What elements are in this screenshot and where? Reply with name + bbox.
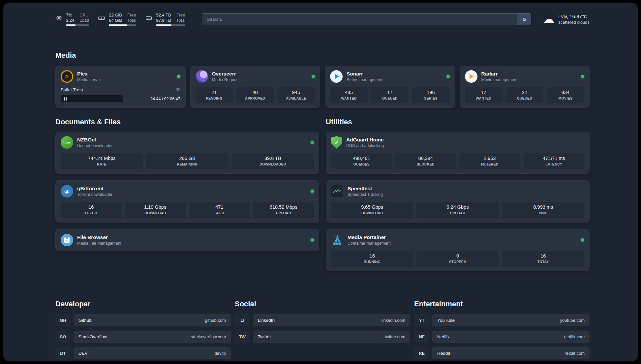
stat-value: 266 GB: [147, 156, 227, 161]
app-title-block: Radarr Movie management: [481, 71, 518, 82]
card-qbittorrent: qb qBittorrent Torrent downloader 16 LEE…: [55, 180, 319, 223]
stat-label: MOVIES: [548, 96, 583, 100]
bookmark-github[interactable]: GH Github github.com: [55, 314, 231, 326]
memory-bar: [109, 24, 136, 26]
disk-icon: [145, 15, 153, 22]
middle-columns: Documents & Files nzbget NZBGet Usenet d…: [55, 118, 590, 278]
search-engine-button[interactable]: G: [517, 14, 531, 25]
search-input[interactable]: [202, 13, 531, 25]
stats-row: 17 WANTED 22 QUEUED 834 MOVIES: [465, 87, 585, 103]
app-subtitle: Usenet downloader: [77, 143, 113, 148]
bookmark-url: github.com: [205, 318, 226, 323]
bookmark-url: stackoverflow.com: [191, 334, 226, 339]
app-sonarr[interactable]: Sonarr Series management: [330, 70, 450, 83]
memory-readout: 22 GiB 64 GiB Free Total: [109, 13, 136, 26]
app-radarr[interactable]: Radarr Movie management: [465, 70, 585, 83]
stat-label: DOWNLOAD: [332, 211, 412, 215]
bookmark-name: Github: [78, 318, 92, 323]
card-radarr: Radarr Movie management 17 WANTED 22 QUE…: [460, 66, 590, 108]
stats-row: 498,461 QUERIES 86,384 BLOCKED 2,953 FIL…: [331, 153, 584, 169]
disk-label-top: Free: [176, 13, 185, 17]
status-dot: [311, 238, 314, 242]
app-subtitle: Media File Management: [77, 241, 121, 246]
stat-value: 86,384: [397, 156, 455, 161]
bookmark-stackoverflow[interactable]: SO StackOverflow stackoverflow.com: [55, 331, 231, 343]
seek-bar[interactable]: [61, 95, 123, 102]
stat-value: 2,953: [461, 156, 519, 161]
app-overseerr[interactable]: Overseerr Media Requests: [196, 70, 315, 83]
memory-total: 64 GiB: [109, 18, 122, 23]
stat-value: 40: [238, 90, 273, 95]
status-dot: [311, 190, 314, 193]
portainer-icon: [331, 234, 344, 246]
app-name: Overseerr: [212, 71, 242, 77]
memory-widget: 22 GiB 64 GiB Free Total: [98, 13, 136, 26]
stat-label: SERIES: [413, 96, 448, 100]
qbittorrent-icon: qb: [61, 185, 73, 197]
status-dot: [581, 75, 584, 78]
app-title-block: File Browser Media File Management: [77, 234, 121, 246]
stat-value: 196: [413, 90, 448, 95]
app-name: NZBGet: [77, 137, 113, 143]
card-portainer: Media Portainer Container management 16 …: [326, 229, 590, 271]
bookmark-url: youtube.com: [560, 318, 585, 323]
bookmark-url: dev.to: [215, 351, 226, 356]
bookmark-url: reddit.com: [565, 351, 585, 356]
stat-box: 0.993 ms PING: [502, 202, 584, 218]
app-qbittorrent[interactable]: qb qBittorrent Torrent downloader: [61, 185, 314, 197]
app-speedtest[interactable]: Speedtest Speedtest Tracking: [331, 185, 584, 197]
bookmark-twitter[interactable]: TW Twitter twitter.com: [235, 331, 410, 343]
bookmark-name: LinkedIn: [258, 318, 275, 323]
stat-label: DOWNLOAD: [126, 211, 185, 215]
app-adguard[interactable]: ✓ AdGuard Home DNS and adblocking: [331, 136, 584, 149]
stat-box: 0 STOPPED: [416, 251, 499, 267]
stat-value: 39.6 TB: [233, 156, 313, 161]
bookmark-pill: Twitter twitter.com: [253, 331, 410, 343]
bookmark-linkedin[interactable]: LI LinkedIn linkedin.com: [235, 314, 410, 326]
card-sonarr: Sonarr Series management 485 WANTED 17 Q…: [325, 66, 455, 108]
bookmark-name: DEV: [78, 351, 88, 356]
stat-label: PENDING: [197, 96, 232, 100]
stat-value: 22: [507, 90, 542, 95]
app-portainer[interactable]: Media Portainer Container management: [331, 234, 584, 246]
app-plex[interactable]: > Plex Media server: [61, 70, 180, 83]
disk-free: 52.4 TB: [156, 13, 171, 17]
cpu-percent: 7%: [66, 13, 74, 17]
stat-value: 16: [504, 253, 583, 258]
app-filebrowser[interactable]: File Browser Media File Management: [61, 234, 314, 246]
cpu-widget: 7% 3.24 CPU Load: [55, 13, 89, 26]
section-title-media: Media: [55, 51, 590, 60]
bookmark-name: Twitter: [258, 334, 271, 339]
stat-label: FILTERED: [461, 162, 519, 166]
top-bar: 7% 3.24 CPU Load 22 GiB: [55, 13, 590, 26]
bookmark-abbr: GH: [55, 314, 71, 326]
cpu-labels: CPU Load: [79, 13, 89, 23]
stat-box: 40 APPROVED: [236, 87, 274, 103]
bookmark-youtube[interactable]: YT YouTube youtube.com: [414, 314, 590, 326]
app-subtitle: Movie management: [481, 77, 518, 82]
cpu-chip-icon: [55, 15, 63, 22]
app-name: Plex: [77, 71, 101, 77]
bookmark-netflix[interactable]: NF Netflix netflix.com: [414, 331, 590, 343]
bookmark-dev[interactable]: DT DEV dev.to: [55, 347, 231, 359]
gear-icon[interactable]: ⚙: [176, 87, 180, 93]
app-title-block: Overseerr Media Requests: [212, 71, 242, 82]
card-overseerr: Overseerr Media Requests 21 PENDING 40 A…: [190, 66, 320, 108]
pause-icon[interactable]: [64, 97, 67, 101]
stat-value: 1.19 Gbps: [126, 204, 185, 210]
app-nzbget[interactable]: nzbget NZBGet Usenet downloader: [61, 136, 314, 149]
stat-label: RATE: [62, 162, 141, 166]
stat-label: TOTAL: [504, 260, 583, 264]
stat-box: 618.52 Mbps UPLOAD: [253, 202, 314, 218]
app-title-block: Media Portainer Container management: [348, 234, 391, 246]
stat-value: 17: [372, 90, 407, 95]
app-title-block: NZBGet Usenet downloader: [77, 137, 113, 148]
stat-value: 834: [548, 90, 583, 95]
bookmark-reddit[interactable]: RE Reddit reddit.com: [414, 347, 590, 359]
bookmark-pill: LinkedIn linkedin.com: [253, 314, 410, 326]
stat-value: 498,461: [332, 156, 391, 161]
adguard-shield-icon: ✓: [331, 136, 342, 149]
stat-label: RUNNING: [332, 260, 412, 264]
header-divider: [55, 33, 590, 33]
disk-widget: 52.4 TB 97.9 TB Free Total: [145, 13, 185, 26]
